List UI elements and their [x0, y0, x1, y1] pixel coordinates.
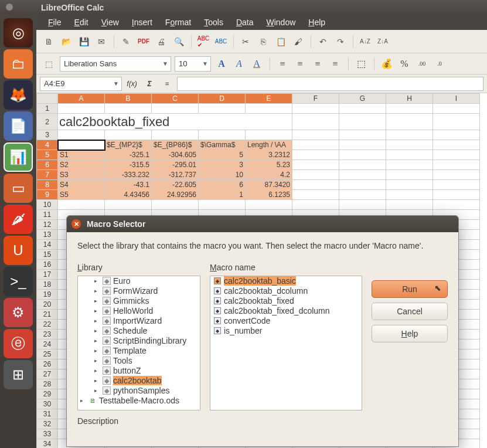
cell[interactable]: -43.1 — [105, 180, 152, 190]
bold-button[interactable]: A — [214, 57, 229, 71]
expand-icon[interactable]: ▸ — [94, 338, 100, 344]
launcher-settings[interactable]: ⚙ — [4, 298, 33, 327]
cell[interactable] — [433, 170, 480, 180]
row-header[interactable]: 9 — [37, 190, 58, 200]
italic-button[interactable]: A — [232, 57, 246, 71]
align-center-icon[interactable]: ≡ — [293, 57, 307, 71]
decimal-add-icon[interactable]: .00 — [415, 57, 429, 71]
row-header[interactable]: 25 — [37, 349, 58, 359]
row-header[interactable]: 6 — [37, 160, 58, 170]
cell[interactable] — [339, 180, 386, 190]
cell[interactable] — [339, 170, 386, 180]
cell[interactable] — [386, 140, 433, 150]
row-header[interactable]: 19 — [37, 290, 58, 300]
library-item[interactable]: ▸◆pythonSamples — [78, 386, 200, 396]
launcher-files[interactable]: 🗀 — [4, 49, 33, 79]
cell[interactable]: 6 — [199, 180, 246, 190]
macro-list[interactable]: ◆calc2booktab_basic◆calc2booktab_dcolumn… — [210, 276, 362, 410]
row-header[interactable]: 32 — [37, 419, 58, 429]
cell[interactable]: $E_{MP2}$ — [105, 140, 152, 150]
cell[interactable]: -312.737 — [152, 170, 199, 180]
row-header[interactable]: 31 — [37, 409, 58, 419]
cell[interactable] — [433, 130, 480, 140]
cell[interactable] — [433, 190, 480, 200]
cell[interactable] — [292, 160, 339, 170]
expand-icon[interactable]: ▸ — [94, 368, 100, 374]
undo-icon[interactable]: ↶ — [315, 34, 331, 49]
column-header[interactable]: C — [152, 94, 199, 104]
row-header[interactable]: 2 — [37, 114, 58, 130]
cell[interactable] — [339, 200, 386, 210]
cell[interactable] — [339, 190, 386, 200]
cell[interactable] — [339, 140, 386, 150]
cell[interactable]: -315.5 — [105, 160, 152, 170]
cell[interactable] — [386, 190, 433, 200]
decimal-remove-icon[interactable]: .0 — [432, 57, 447, 71]
column-header[interactable]: F — [292, 94, 339, 104]
cell[interactable] — [339, 160, 386, 170]
cell[interactable]: $E_{BP86}$ — [152, 140, 199, 150]
expand-icon[interactable]: ▸ — [94, 298, 100, 304]
macro-item[interactable]: ◆calc2booktab_dcolumn — [210, 286, 362, 296]
spellcheck-icon[interactable]: ABC✔ — [196, 34, 211, 49]
row-header[interactable]: 3 — [37, 130, 58, 140]
cell[interactable] — [292, 150, 339, 160]
currency-icon[interactable]: 💰 — [380, 57, 394, 71]
function-wizard-icon[interactable]: f(x) — [124, 80, 139, 88]
cell[interactable] — [292, 104, 339, 114]
library-item[interactable]: ▸◆Template — [78, 346, 200, 356]
menu-insert[interactable]: Insert — [127, 16, 157, 29]
library-doc-item[interactable]: ▸🗎Testtabelle-Macro.ods — [78, 396, 200, 406]
cell[interactable] — [152, 200, 199, 210]
menu-view[interactable]: View — [97, 16, 124, 29]
cell[interactable] — [105, 200, 152, 210]
cell[interactable] — [199, 200, 246, 210]
dialog-titlebar[interactable]: ✕ Macro Selector — [67, 216, 458, 232]
cell[interactable]: 3 — [199, 160, 246, 170]
cell[interactable] — [433, 140, 480, 150]
redo-icon[interactable]: ↷ — [333, 34, 348, 49]
cell[interactable] — [292, 190, 339, 200]
menu-format[interactable]: Format — [161, 16, 196, 29]
launcher-impress[interactable]: ▭ — [4, 174, 33, 203]
cell[interactable] — [246, 130, 292, 140]
macro-item[interactable]: ◆is_number — [210, 326, 362, 336]
cell[interactable] — [58, 104, 105, 114]
print-icon[interactable]: 🖨 — [154, 34, 169, 49]
cell[interactable]: -295.01 — [152, 160, 199, 170]
cell[interactable] — [105, 130, 152, 140]
window-control-icon[interactable] — [6, 4, 13, 11]
cell[interactable]: $\Gamma$ — [199, 140, 246, 150]
cell[interactable] — [246, 104, 292, 114]
row-header[interactable]: 13 — [37, 230, 58, 240]
row-header[interactable]: 8 — [37, 180, 58, 190]
cell[interactable]: S4 — [58, 180, 105, 190]
cell[interactable] — [433, 104, 480, 114]
row-header[interactable]: 14 — [37, 240, 58, 250]
launcher-workspaces[interactable]: ⊞ — [4, 360, 33, 389]
cell[interactable] — [58, 200, 105, 210]
cell[interactable] — [386, 130, 433, 140]
row-header[interactable]: 26 — [37, 359, 58, 369]
cell[interactable] — [433, 180, 480, 190]
cell[interactable] — [152, 130, 199, 140]
menu-window[interactable]: Window — [261, 16, 300, 29]
cancel-button[interactable]: Cancel — [372, 303, 448, 320]
format-paint-icon[interactable]: 🖌 — [291, 34, 306, 49]
expand-icon[interactable]: ▸ — [80, 398, 86, 403]
select-all-corner[interactable] — [37, 94, 58, 104]
row-header[interactable]: 10 — [37, 200, 58, 210]
align-justify-icon[interactable]: ≡ — [328, 57, 342, 71]
library-item[interactable]: ▸◆Euro — [78, 276, 200, 286]
column-header[interactable]: G — [339, 94, 386, 104]
cell[interactable]: 3.2312 — [246, 150, 292, 160]
align-left-icon[interactable]: ≡ — [275, 57, 290, 71]
cell[interactable] — [339, 104, 386, 114]
library-item[interactable]: ▸◆HelloWorld — [78, 306, 200, 316]
row-header[interactable]: 11 — [37, 210, 58, 220]
formula-input[interactable] — [177, 77, 483, 91]
paste-icon[interactable]: 📋 — [273, 34, 288, 49]
cell-reference-box[interactable]: A4:E9 ▼ — [40, 77, 122, 91]
launcher-pdf[interactable]: ⓔ — [4, 329, 33, 358]
library-item[interactable]: ▸◆calc2booktab — [78, 376, 200, 386]
